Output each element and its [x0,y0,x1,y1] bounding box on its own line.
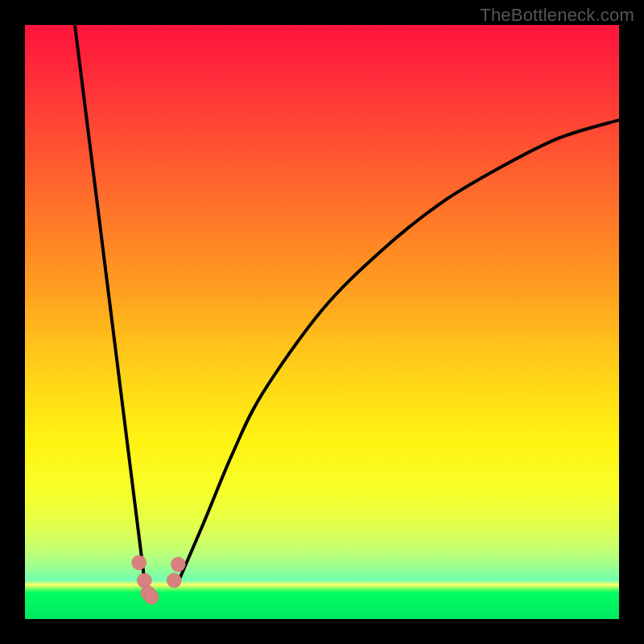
data-marker [144,590,159,605]
data-marker [132,555,147,570]
curve-left-branch [75,25,146,588]
gradient-plot-area [25,25,619,619]
bottleneck-curve [25,25,619,619]
data-marker [137,573,151,588]
watermark-text: TheBottleneck.com [480,5,634,26]
chart-frame: TheBottleneck.com [0,0,644,644]
data-marker [171,557,185,572]
data-markers [132,555,186,605]
curve-right-branch [177,120,619,584]
data-marker [167,573,181,588]
